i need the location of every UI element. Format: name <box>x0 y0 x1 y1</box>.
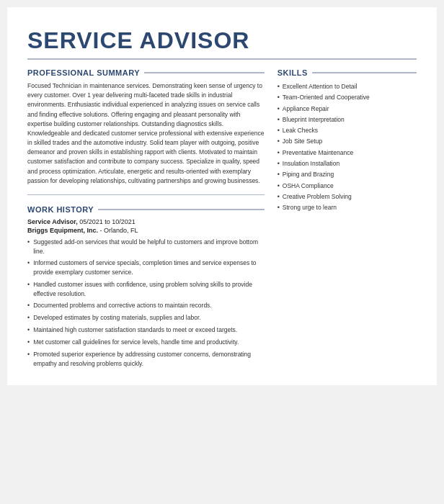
skill-item-4: Blueprint Interpretation <box>278 114 417 125</box>
page-title: SERVICE ADVISOR <box>27 27 417 54</box>
skills-section-title: SKILLS <box>278 68 417 77</box>
job-bullet-3: Handled customer issues with confidence,… <box>27 280 265 299</box>
job-entry: Service Advisor, 05/2021 to 10/2021 Brig… <box>27 218 265 369</box>
header: SERVICE ADVISOR <box>27 27 417 60</box>
skill-item-1: Excellent Attention to Detail <box>278 81 417 92</box>
job-dates: 05/2021 to 10/2021 <box>78 218 136 225</box>
summary-text: Focused Technician in maintenance servic… <box>27 81 265 186</box>
skills-list: Excellent Attention to Detail Team-Orien… <box>278 81 417 214</box>
summary-section: PROFESSIONAL SUMMARY Focused Technician … <box>27 68 265 186</box>
work-history-section: WORK HISTORY Service Advisor, 05/2021 to… <box>27 205 265 369</box>
skill-item-7: Preventative Maintenance <box>278 148 417 158</box>
job-title: Service Advisor, <box>27 218 78 225</box>
summary-section-title: PROFESSIONAL SUMMARY <box>27 68 265 77</box>
skill-item-11: Creative Problem Solving <box>278 192 417 202</box>
job-bullet-8: Promoted superior experience by addressi… <box>27 350 265 369</box>
two-column-layout: PROFESSIONAL SUMMARY Focused Technician … <box>27 68 417 371</box>
skill-item-10: OSHA Compliance <box>278 181 417 192</box>
job-bullet-6: Maintained high customer satisfaction st… <box>27 325 265 336</box>
company-name: Briggs Equipment, Inc. <box>27 227 98 234</box>
skills-section: SKILLS Excellent Attention to Detail Tea… <box>278 68 417 214</box>
job-bullet-5: Developed estimates by costing materials… <box>27 313 265 323</box>
job-bullet-1: Suggested add-on services that would be … <box>27 238 265 256</box>
left-column: PROFESSIONAL SUMMARY Focused Technician … <box>27 68 265 371</box>
skill-item-5: Leak Checks <box>278 125 417 136</box>
skill-item-12: Strong urge to learn <box>278 202 417 213</box>
company-location: - Orlando, FL <box>98 227 138 234</box>
job-bullet-4: Documented problems and corrective actio… <box>27 301 265 311</box>
header-divider <box>27 58 417 60</box>
company-line: Briggs Equipment, Inc. - Orlando, FL <box>27 227 265 234</box>
work-history-title: WORK HISTORY <box>27 205 265 214</box>
job-bullet-2: Informed customers of service specials, … <box>27 258 265 277</box>
job-title-line: Service Advisor, 05/2021 to 10/2021 <box>27 218 265 225</box>
skill-item-3: Appliance Repair <box>278 104 417 114</box>
resume-page: SERVICE ADVISOR PROFESSIONAL SUMMARY Foc… <box>7 7 437 385</box>
skill-item-9: Piping and Brazing <box>278 169 417 180</box>
skill-item-8: Insulation Installation <box>278 158 417 169</box>
skill-item-2: Team-Oriented and Cooperative <box>278 92 417 103</box>
job-bullet-7: Met customer call guidelines for service… <box>27 338 265 348</box>
job-bullets-list: Suggested add-on services that would be … <box>27 238 265 369</box>
right-column: SKILLS Excellent Attention to Detail Tea… <box>278 68 417 371</box>
summary-divider <box>27 194 265 195</box>
skill-item-6: Job Site Setup <box>278 136 417 147</box>
